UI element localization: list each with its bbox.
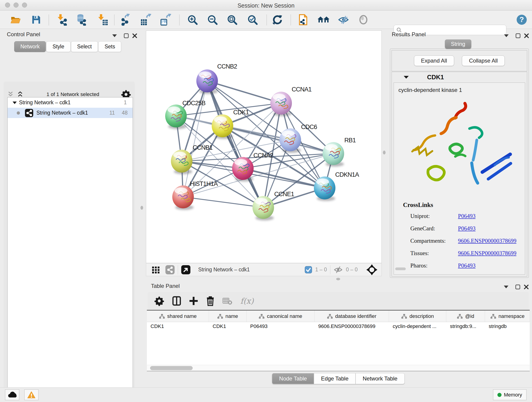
tab-sets[interactable]: Sets [98, 41, 121, 52]
edge-HIST1H1A-CCNE1[interactable] [183, 197, 263, 207]
open-file-button[interactable] [9, 12, 22, 27]
selected-checkbox-icon[interactable] [305, 266, 312, 274]
collapse-all-icon[interactable] [7, 91, 15, 98]
node-HIST1H1A[interactable]: HIST1H1A [172, 180, 218, 210]
tab-select[interactable]: Select [71, 41, 98, 52]
delete-column-trash-icon[interactable] [206, 296, 215, 306]
fit-selected-crosshair-icon[interactable] [366, 264, 378, 276]
hide-selected-button[interactable] [337, 12, 350, 27]
table-cell[interactable]: CDK1 [209, 322, 247, 331]
crosslink-link[interactable]: P06493 [458, 262, 475, 269]
tab-edge-table[interactable]: Edge Table [314, 373, 355, 384]
column-header-canonical-name[interactable]: canonical name [247, 311, 315, 322]
edge-CCNB2-CCNA1[interactable] [207, 81, 281, 103]
warnings-button[interactable] [24, 389, 38, 400]
expand-all-button[interactable]: Expand All [414, 56, 454, 66]
tab-style[interactable]: Style [46, 41, 70, 52]
crosslink-link[interactable]: P06493 [458, 213, 475, 219]
tab-network[interactable]: Network [14, 41, 46, 52]
node-CCNB1[interactable]: CCNB1 [171, 144, 213, 174]
save-session-button[interactable] [30, 12, 43, 27]
column-header-database-identifier[interactable]: database identifier [315, 311, 389, 322]
right-splitter-handle[interactable] [383, 150, 386, 154]
column-header--id[interactable]: @id [446, 311, 485, 322]
cdk1-section-header[interactable]: CDK1 [392, 72, 527, 83]
node-CDC25B[interactable]: CDC25B [165, 100, 206, 129]
table-cell[interactable]: stringdb [485, 322, 530, 331]
string-app-badge-icon[interactable] [165, 265, 175, 274]
table-cell[interactable]: 9606.ENSP00000378699 [315, 322, 389, 331]
import-network-button[interactable] [56, 12, 69, 27]
node-CCNA1[interactable]: CCNA1 [270, 86, 312, 116]
float-window-icon [516, 34, 520, 38]
section-expander-icon[interactable] [399, 75, 413, 80]
expand-collapse-bar: Expand All Collapse All [392, 50, 527, 71]
create-column-icon[interactable] [189, 296, 198, 306]
network-selected-status: 1 of 1 Network selected [25, 91, 121, 97]
column-header-name[interactable]: name [209, 311, 247, 322]
show-all-button[interactable] [357, 12, 370, 27]
zoom-in-button[interactable] [186, 12, 199, 27]
tab-node-table[interactable]: Node Table [272, 373, 314, 384]
refresh-button[interactable] [271, 12, 284, 27]
memory-button[interactable]: Memory [493, 389, 526, 400]
results-hscroll-thumb[interactable] [395, 268, 406, 270]
collapse-all-button[interactable]: Collapse All [462, 56, 505, 66]
table-cell[interactable]: CDK1 [147, 322, 209, 331]
show-columns-icon[interactable] [172, 296, 181, 306]
results-panel-title: Results Panel [392, 31, 426, 38]
memory-label: Memory [504, 392, 522, 398]
cloud-status-button[interactable] [5, 389, 19, 400]
table-options-gear-icon[interactable] [154, 296, 164, 306]
table-row[interactable]: CDK1CDK1P064939606.ENSP00000378699cyclin… [147, 322, 530, 331]
node-RB1[interactable]: RB1 [323, 137, 356, 167]
export-network-button[interactable] [119, 12, 133, 27]
control-panel-header-icons[interactable] [112, 33, 138, 38]
crosslink-link[interactable]: 9606.ENSP00000378699 [458, 250, 516, 256]
new-network-from-selection-button[interactable] [297, 12, 310, 27]
string-network-badge-icon [20, 109, 35, 117]
edge-CCNB2-CCNE1[interactable] [207, 81, 263, 207]
bottom-splitter-handle[interactable] [336, 278, 340, 280]
zoom-selected-button[interactable] [246, 12, 259, 27]
network-collection-row[interactable]: String Network – cdk1 1 [7, 97, 133, 108]
table-cell[interactable]: cyclin-dependent ... [389, 322, 446, 331]
birds-eye-view-icon[interactable] [151, 265, 160, 274]
column-header-label: @id [465, 313, 474, 319]
panel-menu-icon [112, 34, 117, 37]
zoom-fit-icon [226, 14, 238, 26]
expand-all-icon[interactable] [17, 91, 25, 98]
first-neighbors-button[interactable] [317, 12, 330, 27]
column-header-shared-name[interactable]: shared name [147, 311, 209, 322]
crosslink-link[interactable]: 9606.ENSP00000378699 [458, 238, 516, 244]
tab-string[interactable]: String [445, 39, 471, 49]
network-canvas[interactable]: CCNB2CCNA1CDC25BCDK1CDC6RB1CCNB1CCNA2CDK… [146, 31, 382, 263]
results-panel-header-icons[interactable] [504, 33, 529, 38]
network-row[interactable]: String Network – cdk1 11 48 [7, 108, 133, 118]
help-button[interactable]: ? [515, 12, 528, 27]
export-image-button[interactable] [159, 12, 172, 27]
table-cell[interactable]: P06493 [247, 322, 315, 331]
open-view-icon[interactable] [181, 265, 190, 274]
table-hscrollbar[interactable] [147, 365, 530, 371]
export-table-button[interactable] [139, 12, 152, 27]
collection-count: 1 [124, 99, 127, 106]
crosslink-link[interactable]: P06493 [458, 225, 475, 231]
zoom-fit-button[interactable] [225, 12, 239, 27]
node-CCNE1[interactable]: CCNE1 [253, 191, 294, 220]
edge-CCNB2-HIST1H1A[interactable] [183, 81, 207, 197]
table-panel-header-icons[interactable] [504, 284, 529, 290]
zoom-out-button[interactable] [206, 12, 219, 27]
column-header-namespace[interactable]: namespace [485, 311, 530, 322]
table-cell[interactable]: stringdb:9... [446, 322, 485, 331]
column-type-icon [490, 313, 496, 319]
collection-expander-icon[interactable] [7, 100, 19, 105]
table-hscroll-thumb[interactable] [150, 366, 193, 370]
import-table-button[interactable] [95, 12, 109, 27]
tab-network-table[interactable]: Network Table [355, 373, 405, 384]
column-header-description[interactable]: description [389, 311, 446, 322]
left-splitter-handle[interactable] [140, 206, 143, 210]
node-CDKN1A[interactable]: CDKN1A [314, 171, 359, 201]
import-network-from-database-button[interactable] [75, 12, 88, 27]
network-node-count: 11 [109, 110, 115, 116]
